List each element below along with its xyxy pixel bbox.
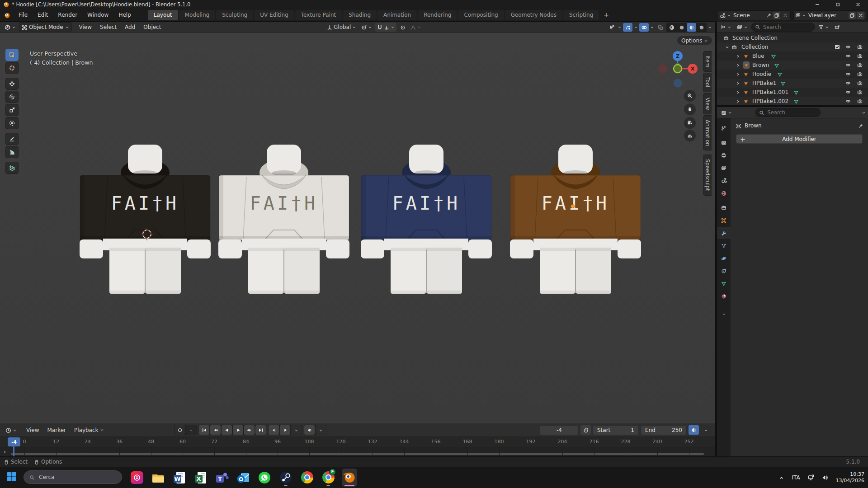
sidebar-tab-animation[interactable]: Animation (703, 115, 712, 151)
workspace-tab-geometry-nodes[interactable]: Geometry Nodes (505, 10, 562, 20)
properties-editor-type[interactable] (719, 108, 734, 117)
properties-tab-view-layer[interactable] (717, 162, 731, 174)
transform-orientation-dropdown[interactable]: Global (325, 23, 358, 32)
channel-expand-icon[interactable] (3, 449, 7, 455)
disable-in-renders-toggle[interactable] (857, 80, 863, 86)
scene-name[interactable]: Scene (732, 12, 765, 19)
properties-search-input[interactable] (766, 109, 817, 116)
show-overlays-toggle[interactable] (639, 23, 649, 32)
viewport-menu-add[interactable]: Add (121, 22, 139, 33)
workspace-tab-rendering[interactable]: Rendering (418, 10, 457, 20)
new-viewlayer-button[interactable] (849, 12, 856, 19)
properties-tab-constraints[interactable] (717, 265, 731, 277)
editor-type-button[interactable] (3, 23, 18, 32)
steam-icon[interactable] (278, 469, 293, 487)
outliner-row-brown[interactable]: Brown (717, 61, 868, 70)
taskbar-clock[interactable]: 10:37 13/04/2026 (836, 471, 864, 484)
outlook-icon[interactable]: O (236, 469, 251, 487)
hide-in-viewport-toggle[interactable] (845, 80, 851, 86)
collapse-icon[interactable] (724, 44, 730, 50)
properties-tab-output[interactable] (717, 149, 731, 161)
outliner-item-label[interactable]: Blue (752, 53, 764, 59)
expand-icon[interactable] (735, 89, 741, 95)
properties-tab-particles[interactable] (717, 239, 731, 252)
sync-options[interactable] (316, 425, 326, 435)
brown-hoodie-character[interactable]: FAI†H (510, 143, 641, 296)
outliner-search[interactable] (751, 23, 815, 32)
play-button[interactable] (233, 425, 243, 435)
properties-search[interactable] (755, 108, 821, 117)
timeline-menu-marker[interactable]: Marker (43, 423, 70, 436)
menu-edit[interactable]: Edit (33, 9, 53, 21)
chevron-down-icon[interactable] (862, 109, 866, 116)
language-indicator[interactable]: ITA (792, 474, 800, 481)
chevron-down-icon[interactable] (618, 24, 622, 30)
show-gizmo-toggle[interactable] (623, 23, 632, 32)
new-collection-button[interactable] (833, 23, 842, 32)
nav-zoom-button[interactable] (684, 90, 696, 102)
outliner-row-hoodie[interactable]: Hoodie (717, 70, 868, 79)
sidebar-tab-speedsculpt[interactable]: Speedsculpt (703, 155, 712, 196)
hide-in-viewport-toggle[interactable] (845, 98, 851, 104)
menu-help[interactable]: Help (113, 9, 136, 21)
current-frame-field[interactable]: -4 (540, 425, 579, 435)
expand-icon[interactable] (735, 53, 741, 59)
jump-to-prev-keyframe-button[interactable] (210, 425, 221, 435)
chevron-down-icon[interactable] (727, 12, 731, 19)
timeline-menu-playback[interactable]: Playback (70, 423, 108, 436)
outliner-item-label[interactable]: HPBake1.002 (752, 98, 788, 104)
viewport-menu-view[interactable]: View (75, 22, 96, 33)
frame-end-field[interactable]: End250 (641, 425, 687, 435)
taskbar-search-input[interactable] (38, 474, 116, 481)
properties-tab-scene[interactable] (717, 174, 731, 187)
playhead[interactable]: -4 (8, 437, 20, 446)
properties-tab-object[interactable] (717, 214, 731, 226)
properties-tabs-overflow[interactable] (717, 308, 731, 320)
timeline-scrollbar[interactable] (11, 453, 704, 455)
menu-window[interactable]: Window (82, 9, 113, 21)
word-icon[interactable]: W (172, 469, 187, 487)
volume-icon[interactable] (822, 474, 828, 481)
taskbar-search[interactable] (24, 470, 122, 484)
tool-add-cube[interactable] (5, 162, 19, 174)
workspace-tab-compositing[interactable]: Compositing (458, 10, 504, 20)
outliner-item-label[interactable]: HPBake1.001 (752, 89, 788, 95)
hide-in-viewport-toggle[interactable] (845, 70, 851, 77)
jump-to-start-button[interactable] (199, 425, 209, 435)
outliner-row-hpbake1-001[interactable]: HPBake1.001 (717, 88, 868, 97)
shading-material-button[interactable] (687, 23, 696, 32)
frame-step-options[interactable] (291, 425, 302, 435)
visibility-dropdown[interactable] (607, 23, 616, 32)
disable-in-renders-toggle[interactable] (857, 52, 863, 59)
timeline-menu-view[interactable]: View (22, 423, 43, 436)
close-button[interactable] (848, 0, 868, 9)
add-modifier-button[interactable]: Add Modifier (736, 134, 863, 144)
nav-perspective-toggle-button[interactable] (684, 130, 696, 141)
disable-in-renders-toggle[interactable] (857, 43, 863, 50)
tool-rotate[interactable] (5, 91, 19, 103)
jump-to-end-button[interactable] (255, 425, 266, 435)
chevron-down-icon[interactable] (634, 24, 638, 30)
outliner-item-label[interactable]: Collection (741, 44, 768, 50)
outliner-display-mode[interactable] (719, 23, 733, 32)
outliner-item-label[interactable]: HPBake1 (752, 80, 776, 86)
blue-hoodie-character[interactable]: FAI†H (361, 143, 492, 296)
tool-cursor[interactable] (5, 62, 19, 74)
hidden-icons-button[interactable] (779, 474, 784, 481)
whatsapp-icon[interactable] (257, 469, 272, 487)
properties-tab-data[interactable] (717, 277, 731, 290)
chrome-icon[interactable] (299, 469, 315, 487)
outliner-filter-type[interactable] (735, 23, 750, 32)
timeline-ruler[interactable]: 0122436486072849610812013214415616818019… (0, 437, 715, 447)
frame-back-button[interactable] (269, 425, 279, 435)
workspace-tab-animation[interactable]: Animation (377, 10, 417, 20)
tool-measure[interactable] (5, 146, 19, 158)
workspace-tab-texture-paint[interactable]: Texture Paint (295, 10, 342, 20)
pin-icon[interactable] (858, 122, 863, 129)
scene-selector[interactable]: Scene (718, 10, 791, 20)
outliner-search-input[interactable] (762, 23, 811, 31)
workspace-tab-layout[interactable]: Layout (148, 10, 178, 20)
blender-app-menu[interactable] (0, 9, 14, 21)
play-reverse-button[interactable] (222, 425, 232, 435)
properties-tab-world[interactable] (717, 187, 731, 199)
